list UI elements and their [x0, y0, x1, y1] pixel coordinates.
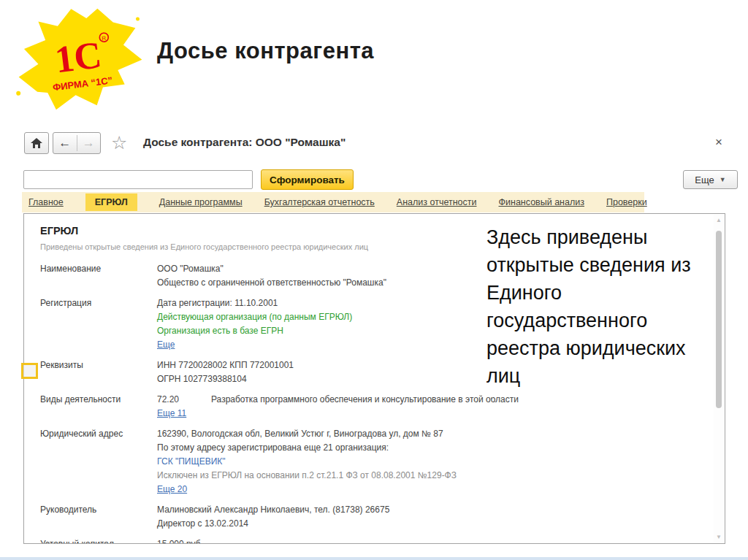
generate-button[interactable]: Сформировать [261, 169, 354, 190]
row-label: Виды деятельности [40, 393, 157, 421]
value-line: Организация есть в базе ЕГРН [157, 324, 352, 338]
table-row: Уставный капитал15 000 руб. [40, 537, 703, 544]
value-line: Общество с ограниченной ответственностью… [157, 276, 386, 290]
value-line: По этому адресу зарегистрирована еще 21 … [157, 441, 457, 455]
more-button-label: Еще [695, 174, 714, 185]
row-label: Наименование [40, 262, 157, 290]
value-line: ОГРН 1027739388104 [157, 372, 294, 386]
favorite-star-icon[interactable]: ☆ [111, 133, 127, 152]
value-line: Исключен из ЕГРЮЛ на основании п.2 ст.21… [157, 469, 457, 483]
home-icon [31, 138, 42, 148]
1c-logo: 1С R ФИРМА “1С” [7, 3, 146, 112]
close-icon[interactable]: × [715, 135, 722, 150]
tab-ЕГРЮЛ[interactable]: ЕГРЮЛ [85, 193, 137, 211]
value-link[interactable]: ГСК "ПИЩЕВИК" [157, 455, 457, 469]
logo-1c-text: 1С [53, 34, 104, 80]
row-label: Руководитель [40, 503, 157, 531]
row-values: 15 000 руб. [157, 537, 203, 544]
row-label: Юридический адрес [40, 427, 157, 496]
value-link[interactable]: Еще [157, 338, 352, 352]
yellow-splash-icon: 1С R ФИРМА “1С” [7, 3, 146, 112]
row-values: 162390, Вологодская обл, Великий Устюг г… [157, 427, 457, 496]
row-label: Регистрация [40, 296, 157, 352]
tab-Бухгалтерская отчетность[interactable]: Бухгалтерская отчетность [264, 197, 375, 207]
tab-Главное[interactable]: Главное [28, 197, 64, 207]
row-values: 72.20Разработка программного обеспечения… [157, 393, 519, 421]
value-line: ООО "Ромашка" [157, 262, 386, 276]
value-line: 15 000 руб. [157, 537, 203, 544]
tab-bar: ГлавноеЕГРЮЛДанные программыБухгалтерска… [22, 192, 644, 212]
value-line: Малиновский Александр Николаевич, тел. (… [157, 503, 389, 517]
history-nav: ← → [53, 132, 101, 154]
tab-Анализ отчетности[interactable]: Анализ отчетности [397, 197, 477, 207]
value-line: Дата регистрации: 11.10.2001 [157, 296, 352, 310]
scroll-up-icon[interactable]: ▲ [716, 217, 722, 223]
row-values: Малиновский Александр Николаевич, тел. (… [157, 503, 389, 531]
slide-title: Досье контрагента [157, 38, 374, 64]
value-link[interactable]: Еще 11 [157, 407, 519, 421]
back-button[interactable]: ← [53, 133, 77, 153]
vertical-scrollbar[interactable]: ▲ ▼ [714, 215, 724, 542]
table-row: РуководительМалиновский Александр Никола… [40, 503, 703, 531]
window-title: Досье контрагента: ООО "Ромашка" [143, 136, 346, 149]
row-label: Реквизиты [40, 358, 157, 386]
slide-bottom-band [0, 557, 748, 560]
value-link[interactable]: Еще 20 [157, 483, 457, 496]
report-input[interactable] [23, 170, 253, 189]
value-line: Действующая организация (по данным ЕГРЮЛ… [157, 310, 352, 324]
highlight-marker [21, 363, 38, 379]
annotation-callout: Здесь приведены открытые сведения из Еди… [482, 219, 709, 397]
tab-Данные программы[interactable]: Данные программы [159, 197, 243, 207]
value-line: Директор с 13.02.2014 [157, 517, 389, 531]
row-values: Дата регистрации: 11.10.2001Действующая … [157, 296, 352, 352]
row-values: ООО "Ромашка"Общество с ограниченной отв… [157, 262, 386, 290]
scrollbar-thumb[interactable] [716, 231, 722, 408]
row-values: ИНН 7720028002 КПП 772001001ОГРН 1027739… [157, 358, 294, 386]
chevron-down-icon: ▼ [720, 176, 726, 183]
home-button[interactable] [24, 132, 49, 154]
tab-Финансовый анализ[interactable]: Финансовый анализ [499, 197, 584, 207]
table-row: Юридический адрес162390, Вологодская обл… [40, 427, 703, 496]
tab-Проверки[interactable]: Проверки [606, 197, 647, 207]
value-line: ИНН 7720028002 КПП 772001001 [157, 358, 294, 372]
scroll-down-icon[interactable]: ▼ [716, 534, 722, 540]
value-line: 72.20Разработка программного обеспечения… [157, 393, 519, 407]
more-button[interactable]: Еще ▼ [683, 170, 738, 189]
row-label: Уставный капитал [40, 537, 157, 544]
value-line: 162390, Вологодская обл, Великий Устюг г… [157, 427, 457, 441]
forward-button[interactable]: → [77, 133, 100, 153]
